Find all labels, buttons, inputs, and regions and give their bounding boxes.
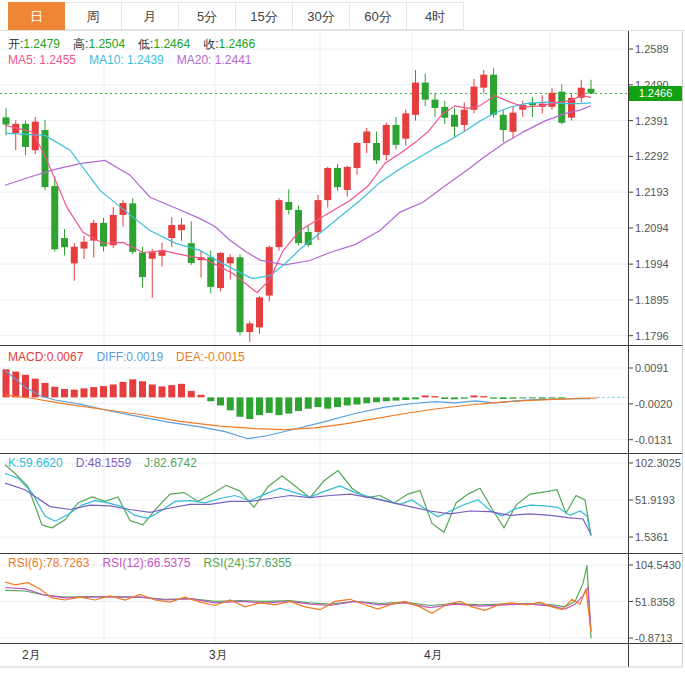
candle-body [295,210,302,243]
candle-body [500,115,507,130]
macd-axis-label: -0.0020 [635,398,672,410]
candle-body [237,257,244,332]
rsi-axis-label: 104.5430 [635,559,681,571]
macd-bar [159,386,166,397]
macd-header-segment: DIFF:0.0019 [96,350,163,364]
price-axis-label: 1.1796 [635,330,669,342]
candle-body [81,242,88,249]
tab-月[interactable]: 月 [122,2,179,30]
candle-body [363,131,370,143]
macd-bar [188,391,195,397]
macd-bar [315,397,322,407]
macd-bar [451,397,458,399]
macd-bar [402,397,409,400]
kdj-header: K:59.6620D:48.1559J:82.6742 [8,456,197,470]
macd-bar [90,387,97,397]
price-axis-label: 1.1994 [635,258,669,270]
candle-body [451,115,458,127]
candle-body [432,100,439,108]
tab-周[interactable]: 周 [65,2,122,30]
macd-bar [373,397,380,402]
candle-body [178,225,185,230]
candle-body [354,143,361,168]
macd-bar [100,386,107,397]
ohlc-segment: 高:1.2504 [73,36,125,53]
candle-body [42,130,49,187]
macd-bar [441,397,448,399]
rsi-axis-label: 51.8358 [635,596,675,608]
macd-bar [471,395,478,397]
chart-window: 日周月5分15分30分60分4时 1.25891.24901.23911.229… [0,0,685,673]
macd-bar [129,379,136,397]
kdj-header-segment: D:48.1559 [76,456,131,470]
candle-body [422,83,429,100]
macd-bar [227,397,234,410]
candle-body [61,238,68,247]
tab-4时[interactable]: 4时 [407,2,464,30]
candle-body [588,89,595,94]
ma-header-segment: MA10: 1.2439 [89,53,164,67]
candle-body [393,125,400,145]
candle-body [285,202,292,210]
macd-bar [276,397,283,415]
chart-canvas[interactable] [0,0,685,673]
kdj-header-segment: J:82.6742 [144,456,197,470]
macd-bar [393,397,400,400]
candle-body [558,92,565,123]
candle-body [246,323,253,332]
ohlc-header: 开:1.2479高:1.2504低:1.2464收:1.2466 [8,36,255,53]
ohlc-segment: 低:1.2464 [138,36,190,53]
price-axis-label: 1.2589 [635,43,669,55]
current-price-tag: 1.2466 [629,86,682,101]
macd-bar [510,397,517,398]
macd-bar [168,385,175,397]
tab-60分[interactable]: 60分 [350,2,407,30]
price-axis-label: 1.1895 [635,294,669,306]
candle-body [402,113,409,138]
macd-bar [549,397,556,398]
macd-bar [383,397,390,401]
macd-axis-label: 0.0091 [635,362,669,374]
macd-bar [81,388,88,397]
macd-bar [412,397,419,399]
macd-header-segment: MACD:0.0067 [8,350,83,364]
candle-body [168,225,175,238]
candle-body [71,247,78,264]
candle-body [217,253,224,288]
macd-bar [120,382,127,398]
macd-bar [295,397,302,411]
rsi-header-segment: RSI(6):78.7263 [8,556,89,570]
candle-body [129,203,136,251]
tab-15分[interactable]: 15分 [236,2,293,30]
candle-body [51,186,58,249]
ma-header-segment: MA20: 1.2441 [177,53,252,67]
ma-header: MA5: 1.2455MA10: 1.2439MA20: 1.2441 [8,53,251,67]
macd-axis-label: -0.0131 [635,434,672,446]
macd-bar [12,372,19,398]
candle-body [383,125,390,155]
tab-5分[interactable]: 5分 [179,2,236,30]
macd-bar [285,397,292,413]
rsi-header: RSI(6):78.7263RSI(12):66.5375RSI(24):57.… [8,556,292,570]
ohlc-segment: 开:1.2479 [8,36,60,53]
rsi12-line [5,588,591,631]
macd-bar [539,397,546,398]
candle-body [490,75,497,115]
macd-bar [324,397,331,408]
macd-bar [139,381,146,397]
rsi-header-segment: RSI(12):66.5375 [102,556,190,570]
macd-bar [500,397,507,399]
macd-bar [490,397,497,398]
candle-body [149,252,156,259]
macd-bar [422,395,429,397]
tab-30分[interactable]: 30分 [293,2,350,30]
macd-bar [178,384,185,398]
candle-body [549,93,556,107]
tab-日[interactable]: 日 [8,2,65,30]
candle-body [110,215,117,245]
ohlc-segment: 收:1.2466 [203,36,255,53]
macd-bar [207,397,214,401]
candle-body [315,200,322,232]
macd-bar [217,397,224,405]
macd-bar [305,397,312,408]
